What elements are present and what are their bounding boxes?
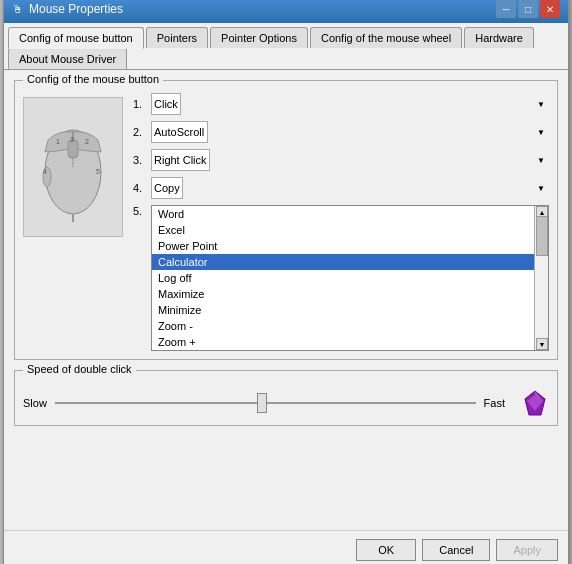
tab-content: Config of the mouse button	[4, 70, 568, 530]
tab-config-wheel[interactable]: Config of the mouse wheel	[310, 27, 462, 48]
title-controls: ─ □ ✕	[496, 0, 560, 18]
dropdown-1[interactable]: Click	[151, 93, 181, 115]
speed-group-label: Speed of double click	[23, 363, 136, 375]
list-item[interactable]: Log off	[152, 270, 534, 286]
svg-text:2: 2	[85, 138, 89, 145]
dropdown-num-4: 4.	[133, 182, 151, 194]
dropdown-4[interactable]: Copy	[151, 177, 183, 199]
tabs-bar: Config of mouse button Pointers Pointer …	[4, 23, 568, 70]
scrollbar-thumb[interactable]	[536, 216, 548, 256]
svg-text:5: 5	[96, 168, 100, 175]
dropdown-row-1: 1. Click	[133, 93, 549, 115]
scroll-down-arrow[interactable]: ▼	[536, 338, 548, 350]
svg-text:4: 4	[43, 168, 47, 175]
maximize-button[interactable]: □	[518, 0, 538, 18]
slow-label: Slow	[23, 397, 47, 409]
scrollbar[interactable]: ▲ ▼	[534, 206, 548, 350]
double-click-gem-icon	[521, 389, 549, 417]
dropdown-wrapper-2: AutoScroll	[151, 121, 549, 143]
list-item-calculator[interactable]: Calculator	[152, 254, 534, 270]
config-group-label: Config of the mouse button	[23, 73, 163, 85]
speed-group-box: Speed of double click Slow Fast	[14, 370, 558, 426]
dropdown-num-2: 2.	[133, 126, 151, 138]
list-item[interactable]: Excel	[152, 222, 534, 238]
minimize-button[interactable]: ─	[496, 0, 516, 18]
apply-button[interactable]: Apply	[496, 539, 558, 561]
fast-label: Fast	[484, 397, 505, 409]
open-list: Word Excel Power Point Calculator Log of…	[151, 205, 549, 351]
dropdown-2[interactable]: AutoScroll	[151, 121, 208, 143]
list-item[interactable]: Zoom +	[152, 334, 534, 350]
window-title: Mouse Properties	[29, 2, 123, 16]
mouse-image: 1 2 3 4 5	[23, 97, 123, 237]
bottom-buttons: OK Cancel Apply	[4, 530, 568, 564]
title-bar-left: 🖱 Mouse Properties	[12, 2, 123, 16]
list-item[interactable]: Maximize	[152, 286, 534, 302]
dropdown-row-5: 5. Word Excel Power Point Calculator Log…	[133, 205, 549, 351]
preview-area	[521, 389, 549, 417]
speed-slider-thumb[interactable]	[257, 393, 267, 413]
tab-hardware[interactable]: Hardware	[464, 27, 534, 48]
cancel-button[interactable]: Cancel	[422, 539, 490, 561]
dropdown-row-3: 3. Right Click	[133, 149, 549, 171]
ok-button[interactable]: OK	[356, 539, 416, 561]
list-item[interactable]: Minimize	[152, 302, 534, 318]
svg-text:1: 1	[56, 138, 60, 145]
dropdown-num-1: 1.	[133, 98, 151, 110]
speed-track	[55, 402, 476, 404]
open-list-inner: Word Excel Power Point Calculator Log of…	[152, 206, 548, 350]
dropdown-wrapper-4: Copy	[151, 177, 549, 199]
config-content: 1 2 3 4 5 1. Click	[23, 89, 549, 351]
window-icon: 🖱	[12, 3, 23, 15]
tab-about-driver[interactable]: About Mouse Driver	[8, 48, 127, 69]
close-button[interactable]: ✕	[540, 0, 560, 18]
tab-pointers[interactable]: Pointers	[146, 27, 208, 48]
mouse-svg: 1 2 3 4 5	[38, 112, 108, 222]
list-item[interactable]: Power Point	[152, 238, 534, 254]
tab-config-mouse-button[interactable]: Config of mouse button	[8, 27, 144, 49]
main-window: 🖱 Mouse Properties ─ □ ✕ Config of mouse…	[3, 0, 569, 564]
dropdown-wrapper-3: Right Click	[151, 149, 549, 171]
title-bar: 🖱 Mouse Properties ─ □ ✕	[4, 0, 568, 23]
dropdown-wrapper-1: Click	[151, 93, 549, 115]
speed-slider-wrapper	[55, 393, 476, 413]
dropdown-num-3: 3.	[133, 154, 151, 166]
list-item[interactable]: Word	[152, 206, 534, 222]
dropdown-row-4: 4. Copy	[133, 177, 549, 199]
speed-content: Slow Fast	[23, 379, 549, 417]
dropdowns-area: 1. Click 2. AutoScroll 3.	[133, 89, 549, 351]
dropdown-5-area: Word Excel Power Point Calculator Log of…	[151, 205, 549, 351]
dropdown-row-2: 2. AutoScroll	[133, 121, 549, 143]
config-group-box: Config of the mouse button	[14, 80, 558, 360]
svg-text:3: 3	[70, 136, 74, 143]
tab-pointer-options[interactable]: Pointer Options	[210, 27, 308, 48]
dropdown-num-5: 5.	[133, 205, 151, 217]
list-item[interactable]: Zoom -	[152, 318, 534, 334]
dropdown-3[interactable]: Right Click	[151, 149, 210, 171]
